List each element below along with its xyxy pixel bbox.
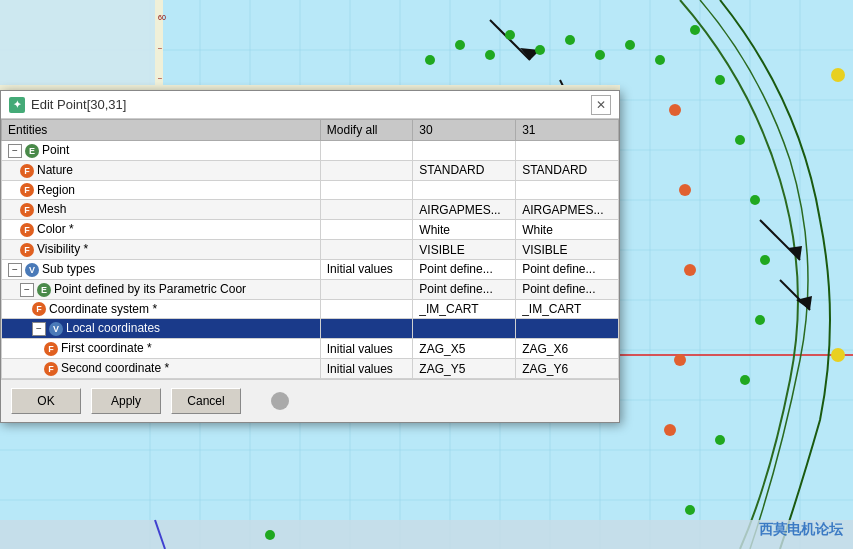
row-v30-cell[interactable]: Point define... xyxy=(413,259,516,279)
row-v31-cell[interactable] xyxy=(516,180,619,200)
row-v31-cell[interactable]: Point define... xyxy=(516,279,619,299)
row-v31-cell[interactable]: AIRGAPMES... xyxy=(516,200,619,220)
dialog-icon: ✦ xyxy=(9,97,25,113)
svg-point-58 xyxy=(425,55,435,65)
row-v30-cell[interactable]: AIRGAPMES... xyxy=(413,200,516,220)
svg-point-60 xyxy=(485,50,495,60)
svg-point-62 xyxy=(535,45,545,55)
row-v30-cell[interactable]: ZAG_X5 xyxy=(413,339,516,359)
svg-point-44 xyxy=(679,184,691,196)
col-header-31: 31 xyxy=(516,120,619,141)
table-row[interactable]: FCoordinate system *_IM_CART_IM_CART xyxy=(2,299,619,319)
row-label: Color * xyxy=(37,222,74,236)
svg-point-61 xyxy=(505,30,515,40)
row-v31-cell[interactable]: White xyxy=(516,220,619,240)
row-label: Nature xyxy=(37,163,73,177)
table-row[interactable]: FFirst coordinate *Initial valuesZAG_X5Z… xyxy=(2,339,619,359)
row-v31-cell[interactable]: _IM_CART xyxy=(516,299,619,319)
row-label: Region xyxy=(37,183,75,197)
row-v30-cell[interactable] xyxy=(413,141,516,161)
entity-badge: F xyxy=(44,362,58,376)
row-v30-cell[interactable] xyxy=(413,180,516,200)
entity-badge: F xyxy=(20,223,34,237)
dialog-title: Edit Point[30,31] xyxy=(31,97,126,112)
watermark: 西莫电机论坛 xyxy=(759,521,843,539)
row-v31-cell[interactable]: STANDARD xyxy=(516,160,619,180)
col-header-modifyall: Modify all xyxy=(320,120,413,141)
cancel-button[interactable]: Cancel xyxy=(171,388,241,414)
table-row[interactable]: FColor *WhiteWhite xyxy=(2,220,619,240)
row-modify-cell xyxy=(320,180,413,200)
svg-rect-50 xyxy=(0,0,160,90)
titlebar-left: ✦ Edit Point[30,31] xyxy=(9,97,126,113)
row-label: First coordinate * xyxy=(61,341,152,355)
table-row[interactable]: −EPoint xyxy=(2,141,619,161)
row-entity-cell: FRegion xyxy=(2,180,321,200)
svg-point-37 xyxy=(750,195,760,205)
row-entity-cell: −EPoint defined by its Parametric Coor xyxy=(2,279,321,299)
row-modify-cell xyxy=(320,319,413,339)
svg-point-45 xyxy=(684,264,696,276)
svg-rect-67 xyxy=(0,520,853,549)
svg-point-47 xyxy=(664,424,676,436)
row-v31-cell[interactable] xyxy=(516,141,619,161)
table-row[interactable]: −EPoint defined by its Parametric CoorPo… xyxy=(2,279,619,299)
expand-icon[interactable]: − xyxy=(20,283,34,297)
table-header-row: Entities Modify all 30 31 xyxy=(2,120,619,141)
row-label: Second coordinate * xyxy=(61,361,169,375)
table-row[interactable]: FRegion xyxy=(2,180,619,200)
row-label: Coordinate system * xyxy=(49,302,157,316)
svg-text:60: 60 xyxy=(158,14,166,21)
edit-point-dialog: ✦ Edit Point[30,31] ✕ Entities Modify al… xyxy=(0,90,620,423)
expand-icon[interactable]: − xyxy=(8,263,22,277)
table-row[interactable]: FNatureSTANDARDSTANDARD xyxy=(2,160,619,180)
table-row[interactable]: FSecond coordinate *Initial valuesZAG_Y5… xyxy=(2,359,619,379)
row-v30-cell[interactable]: White xyxy=(413,220,516,240)
table-row[interactable]: −VSub typesInitial valuesPoint define...… xyxy=(2,259,619,279)
col-header-entity: Entities xyxy=(2,120,321,141)
row-label: Point defined by its Parametric Coor xyxy=(54,282,246,296)
expand-icon[interactable]: − xyxy=(8,144,22,158)
dialog-titlebar: ✦ Edit Point[30,31] ✕ xyxy=(1,91,619,119)
status-indicator xyxy=(271,392,289,410)
svg-text:–: – xyxy=(158,44,162,51)
svg-point-34 xyxy=(690,25,700,35)
row-v31-cell[interactable]: VISIBLE xyxy=(516,240,619,260)
svg-point-69 xyxy=(265,530,275,540)
row-label: Visibility * xyxy=(37,242,88,256)
row-modify-cell xyxy=(320,200,413,220)
svg-point-43 xyxy=(669,104,681,116)
row-modify-cell xyxy=(320,141,413,161)
row-v31-cell[interactable]: ZAG_X6 xyxy=(516,339,619,359)
svg-point-40 xyxy=(740,375,750,385)
ok-button[interactable]: OK xyxy=(11,388,81,414)
svg-point-59 xyxy=(455,40,465,50)
table-row[interactable]: −VLocal coordinates xyxy=(2,319,619,339)
svg-point-63 xyxy=(565,35,575,45)
svg-point-64 xyxy=(595,50,605,60)
svg-point-65 xyxy=(625,40,635,50)
row-v31-cell[interactable]: ZAG_Y6 xyxy=(516,359,619,379)
row-v30-cell[interactable]: VISIBLE xyxy=(413,240,516,260)
row-v31-cell[interactable] xyxy=(516,319,619,339)
row-v31-cell[interactable]: Point define... xyxy=(516,259,619,279)
row-entity-cell: FSecond coordinate * xyxy=(2,359,321,379)
row-v30-cell[interactable]: _IM_CART xyxy=(413,299,516,319)
row-v30-cell[interactable]: Point define... xyxy=(413,279,516,299)
row-modify-cell: Initial values xyxy=(320,259,413,279)
close-button[interactable]: ✕ xyxy=(591,95,611,115)
row-v30-cell[interactable]: ZAG_Y5 xyxy=(413,359,516,379)
row-modify-cell: Initial values xyxy=(320,339,413,359)
svg-point-42 xyxy=(685,505,695,515)
row-entity-cell: FCoordinate system * xyxy=(2,299,321,319)
row-v30-cell[interactable]: STANDARD xyxy=(413,160,516,180)
row-modify-cell xyxy=(320,299,413,319)
apply-button[interactable]: Apply xyxy=(91,388,161,414)
table-row[interactable]: FVisibility *VISIBLEVISIBLE xyxy=(2,240,619,260)
table-row[interactable]: FMeshAIRGAPMES...AIRGAPMES... xyxy=(2,200,619,220)
row-entity-cell: FFirst coordinate * xyxy=(2,339,321,359)
row-v30-cell[interactable] xyxy=(413,319,516,339)
row-modify-cell xyxy=(320,240,413,260)
row-modify-cell xyxy=(320,160,413,180)
expand-icon[interactable]: − xyxy=(32,322,46,336)
